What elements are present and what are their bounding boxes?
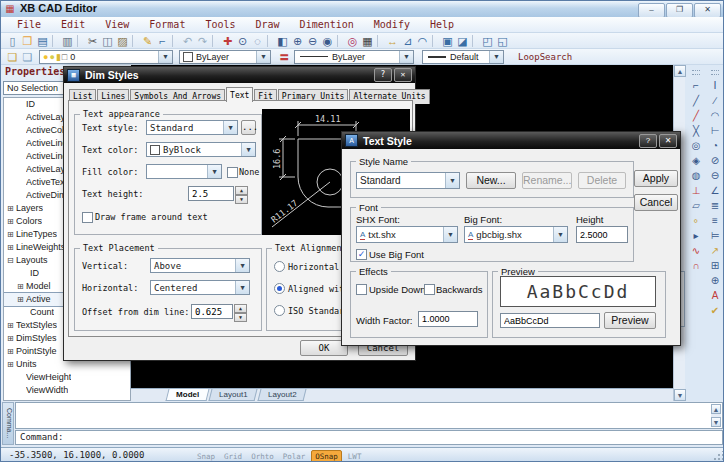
match-properties-icon[interactable]: ✎ [140,34,155,48]
dim-tolerance-icon[interactable]: ⊞ [707,258,723,273]
chevron-down-icon[interactable]: ▼ [553,227,567,242]
linetype-manager-icon[interactable]: 〓 [277,50,292,64]
find-icon[interactable]: ◎ [345,34,360,48]
layer-states-icon[interactable]: ❏ [20,50,35,64]
snap-none-icon[interactable]: ∿ [688,243,704,258]
layout-tab[interactable]: Layout1 [209,389,258,401]
loopsearch-label[interactable]: LoopSearch [518,52,572,62]
tree-expander-icon[interactable]: ⊞ [7,358,16,371]
window-minimize-button[interactable]: ‒ [638,3,665,18]
tree-item[interactable]: ViewWidth [4,384,130,397]
fill-none-checkbox[interactable] [227,167,238,178]
snap-midpoint-icon[interactable]: ╱ [688,108,704,123]
snap-intersection-icon[interactable]: ╳ [688,123,704,138]
toolbar-icon[interactable] [267,35,273,47]
scroll-down-icon[interactable]: ▼ [674,389,686,401]
layout-tab[interactable]: Model [166,389,210,401]
color-select[interactable]: ByLayer ▼ [179,50,271,64]
chevron-down-icon[interactable]: ▼ [489,51,503,63]
undo-icon[interactable]: ↶ [180,34,195,48]
scroll-up-icon[interactable]: ▲ [674,65,686,77]
scroll-down-icon[interactable]: ▼ [711,417,721,427]
tree-expander-icon[interactable]: ⊞ [7,332,16,345]
shx-font-select[interactable]: A txt.shx ▼ [356,226,458,243]
tree-expander-icon[interactable]: ⊞ [17,293,26,306]
status-toggle[interactable]: Grid [221,451,245,462]
status-toggle[interactable]: Snap [194,451,218,462]
dim-diameter-icon[interactable]: ⊖ [707,168,723,183]
dim-angular-icon[interactable]: ∠ [707,183,723,198]
zoom-in-icon[interactable]: ⊕ [290,34,305,48]
window-close-button[interactable]: ✕ [694,3,721,18]
toolbar-icon[interactable] [337,35,343,47]
close-button[interactable]: ✕ [394,68,412,82]
paste-icon[interactable]: ▨ [115,34,130,48]
vertical-select[interactable]: Above ▼ [150,258,250,273]
command-prompt[interactable]: Command: [15,430,723,445]
chevron-down-icon[interactable]: ▼ [207,165,221,178]
zoom-realtime-icon[interactable]: ⊙ [235,34,250,48]
menu-item[interactable]: Draw [246,19,290,30]
tree-item[interactable]: ViewHeight [4,371,130,384]
radio-icon[interactable] [274,261,285,272]
command-scrollbar[interactable]: ▲ ▼ [711,404,721,427]
text-color-select[interactable]: ByBlock ▼ [146,142,256,157]
status-toggle[interactable]: LWT [345,451,365,462]
command-window-tab[interactable]: Comma... [2,402,14,445]
chevron-down-icon[interactable]: ▼ [223,121,237,134]
layer-select[interactable]: ●●▮□ 0 ▼ [39,50,173,64]
menu-item[interactable]: Dimention [290,19,364,30]
new-icon[interactable]: ▯ [5,34,20,48]
status-toggle[interactable]: Orhto [248,451,277,462]
dim-quick-icon[interactable]: ≣ [707,198,723,213]
ucs-icon[interactable]: ⌐ [155,34,170,48]
cut-icon[interactable]: ✂ [85,34,100,48]
big-font-select[interactable]: A gbcbig.shx ▼ [464,226,568,243]
dim-center-mark-icon[interactable]: ⊕ [707,273,723,288]
toolbar-icon[interactable] [432,35,438,47]
text-height-input[interactable] [188,186,234,201]
dim-baseline-icon[interactable]: ≡ [707,213,723,228]
lineweight-select[interactable]: Default ▼ [422,50,504,64]
dim-ordinate-icon[interactable]: ⊢ [707,123,723,138]
toolbar-icon[interactable] [132,35,138,47]
toolbar-grip[interactable] [711,70,719,75]
save-icon[interactable]: ▤ [35,34,50,48]
snap-from-icon[interactable]: ⌐ [688,78,704,93]
dim-jogged-icon[interactable]: ⊘ [707,153,723,168]
layout-tab[interactable]: Layout2 [257,389,306,401]
tree-expander-icon[interactable]: ⊞ [7,319,16,332]
toolbar-icon[interactable] [472,35,478,47]
copy-with-base-icon[interactable]: ◪ [455,34,470,48]
help-button[interactable]: ? [639,134,657,148]
menu-item[interactable]: File [7,19,51,30]
apply-button[interactable]: Apply [634,170,678,187]
zoom-extents-icon[interactable]: ◉ [320,34,335,48]
upside-down-checkbox[interactable] [356,284,367,295]
tree-expander-icon[interactable]: ⊞ [7,202,16,215]
chevron-down-icon[interactable]: ▼ [241,143,255,156]
chevron-down-icon[interactable]: ▼ [235,259,249,272]
width-factor-input[interactable] [418,311,478,327]
chevron-down-icon[interactable]: ▼ [443,227,457,242]
redo-icon[interactable]: ↷ [195,34,210,48]
dim-aligned-icon[interactable]: ∕ [707,93,723,108]
dim-styles-tab[interactable]: Text [226,87,253,102]
snap-endpoint-icon[interactable]: ╱ [688,93,704,108]
dim-radius-icon[interactable]: ◔ [707,138,723,153]
resize-grip[interactable] [713,451,723,461]
tree-expander-icon[interactable]: ⊞ [7,345,16,358]
snap-quadrant-icon[interactable]: ◈ [688,153,704,168]
open-icon[interactable]: ❒ [20,34,35,48]
copy-object-icon[interactable]: ▣ [440,34,455,48]
print-icon[interactable]: ▥ [60,34,75,48]
status-toggle[interactable]: Polar [280,451,309,462]
toolbar-icon[interactable] [52,35,58,47]
chevron-down-icon[interactable]: ▼ [235,281,249,294]
send-to-back-icon[interactable]: ◱ [495,34,510,48]
help-button[interactable]: ? [374,68,392,82]
tree-expander-icon[interactable]: ⊞ [17,280,26,293]
style-name-select[interactable]: Standard ▼ [356,172,460,189]
dim-arc-length-icon[interactable]: ◠ [707,108,723,123]
radio-icon[interactable] [274,283,285,294]
